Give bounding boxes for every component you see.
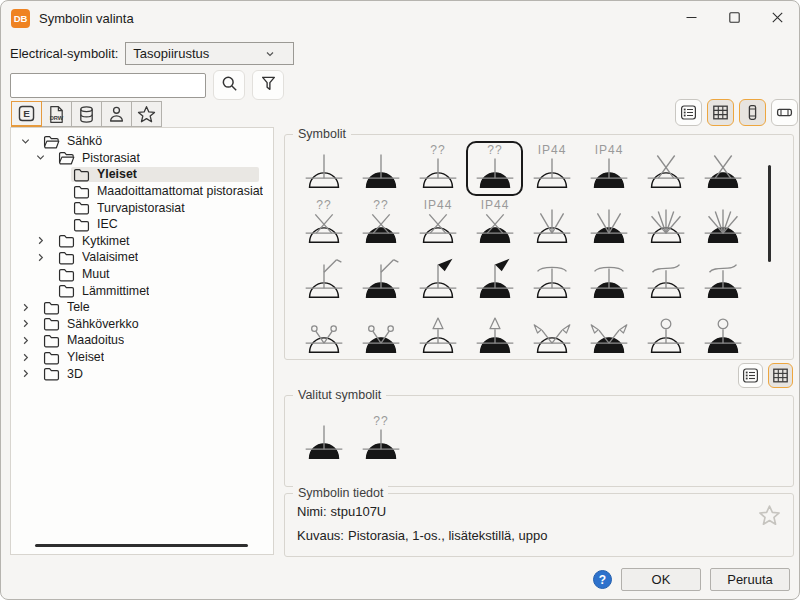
maximize-button[interactable] (713, 1, 756, 35)
tree-node-content: Valaisimet (56, 250, 142, 265)
tab-drawings[interactable]: DRW (41, 101, 72, 127)
tree-item-turvapistorasiat[interactable]: Turvapistorasiat (11, 199, 273, 216)
symbol-cell[interactable] (295, 251, 352, 306)
tab-electrical[interactable]: E (11, 101, 42, 127)
symbol-cell[interactable] (295, 306, 352, 359)
chevron-right-icon[interactable] (34, 235, 46, 247)
tab-favorites[interactable] (131, 101, 162, 127)
tree-item-kytkimet[interactable]: Kytkimet (11, 233, 273, 250)
tree-item-pistorasiat[interactable]: Pistorasiat (11, 150, 273, 167)
tree-item-maadoittamattomat-pistorasiat[interactable]: Maadoittamattomat pistorasiat (11, 183, 273, 200)
tab-database[interactable] (71, 101, 102, 127)
tree-item-yleiset[interactable]: Yleiset (11, 166, 273, 183)
folder-closed-icon (73, 184, 90, 199)
chevron-right-icon[interactable] (19, 351, 31, 363)
symbol-cell[interactable] (694, 251, 751, 306)
symbol-cell[interactable] (580, 251, 637, 306)
tree-item-3d[interactable]: 3D (11, 365, 273, 382)
tab-user[interactable] (101, 101, 132, 127)
filter-button[interactable] (252, 70, 284, 100)
symbol-cell[interactable] (466, 306, 523, 359)
symbol-cell[interactable] (523, 196, 580, 251)
help-button[interactable]: ? (593, 570, 612, 589)
chevron-spacer (49, 218, 61, 230)
symbol-cell[interactable]: ?? (466, 141, 523, 196)
view-toggle-vertical-split-button[interactable] (739, 99, 766, 126)
search-button[interactable] (213, 70, 245, 100)
tree-item-valaisimet[interactable]: Valaisimet (11, 249, 273, 266)
symbol-cell[interactable] (694, 306, 751, 359)
symbol-cell[interactable] (409, 306, 466, 359)
search-icon (221, 75, 238, 96)
chevron-right-icon[interactable] (19, 318, 31, 330)
symbol-cell[interactable]: IP44 (523, 141, 580, 196)
symbol-cell[interactable] (580, 196, 637, 251)
folder-closed-icon (73, 167, 90, 182)
folder-closed-icon (43, 333, 60, 348)
symbol-cell[interactable]: IP44 (409, 196, 466, 251)
symbol-cell[interactable] (694, 196, 751, 251)
symbol-cell[interactable] (523, 306, 580, 359)
symbol-name-line: Nimi:stpu107U (297, 504, 390, 519)
symbol-tree: SähköPistorasiatYleisetMaadoittamattomat… (11, 128, 273, 382)
chevron-right-icon[interactable] (34, 251, 46, 263)
tree-item-iec[interactable]: IEC (11, 216, 273, 233)
tree-item-muut[interactable]: Muut (11, 266, 273, 283)
tree-item-yleiset[interactable]: Yleiset (11, 349, 273, 366)
symbol-cell[interactable]: ?? (352, 196, 409, 251)
symbol-cell[interactable]: ?? (409, 141, 466, 196)
view-toggle-grid-button[interactable] (707, 99, 734, 126)
folder-closed-icon (43, 316, 60, 331)
chevron-down-icon[interactable] (34, 152, 46, 164)
minimize-button[interactable] (670, 1, 713, 35)
library-dropdown[interactable]: Tasopiirustus (125, 42, 294, 65)
tree-node-content: Kytkimet (56, 233, 134, 248)
selected-symbol-cell[interactable] (295, 404, 352, 476)
symbol-name-value: stpu107U (331, 504, 387, 519)
tree-item-maadoitus[interactable]: Maadoitus (11, 332, 273, 349)
view-toggle-list-button[interactable] (675, 99, 702, 126)
tree-item-lammittimet[interactable]: Lämmittimet (11, 282, 273, 299)
tree-item-sahkoverkko[interactable]: Sähköverkko (11, 316, 273, 333)
symbol-cell[interactable] (637, 196, 694, 251)
symbol-cell[interactable] (637, 251, 694, 306)
symbol-cell[interactable] (580, 306, 637, 359)
symbol-cell[interactable] (466, 251, 523, 306)
symbol-cell[interactable] (637, 306, 694, 359)
tree-item-sahko[interactable]: Sähkö (11, 133, 273, 150)
symbol-cell[interactable] (352, 141, 409, 196)
selected-symbol-cell[interactable]: ?? (352, 404, 409, 476)
socket-symbol-icon (354, 252, 408, 306)
favorite-star-icon[interactable] (758, 504, 781, 527)
tree-node-content: Pistorasiat (56, 150, 144, 165)
symbol-cell[interactable] (352, 306, 409, 359)
grid-view-toggle-list-button[interactable] (738, 363, 763, 388)
socket-symbol-icon (639, 142, 693, 196)
close-button[interactable] (756, 1, 799, 35)
cancel-button[interactable]: Peruuta (710, 568, 790, 591)
socket-symbol-icon (354, 142, 408, 196)
chevron-right-icon[interactable] (19, 368, 31, 380)
symbol-cell[interactable]: ?? (295, 196, 352, 251)
chevron-right-icon[interactable] (19, 334, 31, 346)
symbol-cell[interactable] (352, 251, 409, 306)
symbol-cell[interactable] (694, 141, 751, 196)
symbol-cell[interactable]: IP44 (466, 196, 523, 251)
search-input[interactable] (10, 73, 206, 98)
symbol-cell[interactable] (409, 251, 466, 306)
tree-scrollbar-thumb[interactable] (35, 544, 248, 547)
svg-text:IP44: IP44 (423, 197, 452, 211)
tree-item-label: Turvapistorasiat (97, 201, 185, 215)
symbol-cell[interactable]: IP44 (580, 141, 637, 196)
symbols-scrollbar-thumb[interactable] (768, 165, 771, 262)
view-toggle-horizontal-split-button[interactable] (771, 99, 798, 126)
chevron-down-icon[interactable] (19, 135, 31, 147)
symbol-cell[interactable] (295, 141, 352, 196)
chevron-right-icon[interactable] (19, 301, 31, 313)
grid-view-toggle-grid-button[interactable] (768, 363, 793, 388)
symbol-cell[interactable] (523, 251, 580, 306)
chevron-spacer (49, 168, 61, 180)
tree-item-tele[interactable]: Tele (11, 299, 273, 316)
symbol-cell[interactable] (637, 141, 694, 196)
ok-button[interactable]: OK (621, 568, 701, 591)
